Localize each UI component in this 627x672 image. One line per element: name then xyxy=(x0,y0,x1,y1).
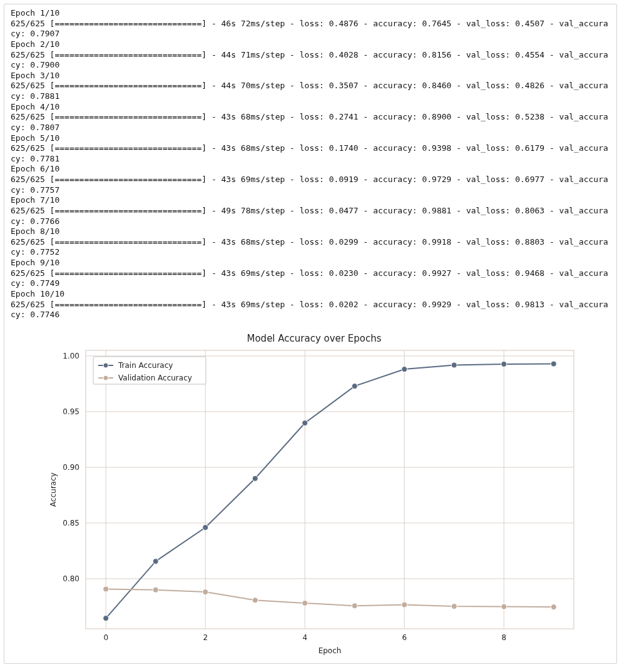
data-point xyxy=(402,366,407,372)
legend-label: Train Accuracy xyxy=(118,361,173,370)
accuracy-chart: Model Accuracy over Epochs024680.800.850… xyxy=(42,332,586,657)
y-tick-label: 0.80 xyxy=(63,574,79,583)
x-tick-label: 6 xyxy=(402,633,407,642)
data-point xyxy=(302,600,308,606)
data-point xyxy=(551,361,556,367)
y-axis-label: Accuracy xyxy=(49,472,58,507)
legend-label: Validation Accuracy xyxy=(118,374,192,382)
training-log: Epoch 1/10 625/625 [====================… xyxy=(11,8,610,320)
y-tick-label: 0.90 xyxy=(63,463,79,472)
data-point xyxy=(153,587,158,593)
legend-swatch-point xyxy=(103,375,108,380)
y-tick-label: 0.95 xyxy=(63,407,79,416)
data-point xyxy=(153,558,158,564)
data-point xyxy=(501,604,507,609)
data-point xyxy=(551,604,556,609)
notebook-output-cell: Epoch 1/10 625/625 [====================… xyxy=(4,4,617,664)
data-point xyxy=(352,603,357,608)
data-point xyxy=(501,361,507,367)
y-tick-label: 0.85 xyxy=(63,519,79,527)
x-tick-label: 4 xyxy=(302,633,307,642)
legend-swatch-point xyxy=(103,363,108,368)
data-point xyxy=(302,420,308,425)
data-point xyxy=(252,476,258,481)
plot-area xyxy=(86,350,574,629)
data-point xyxy=(203,524,208,530)
data-point xyxy=(103,586,109,592)
series-line xyxy=(106,364,554,618)
x-tick-label: 0 xyxy=(103,633,108,642)
chart-title: Model Accuracy over Epochs xyxy=(247,333,381,344)
x-tick-label: 2 xyxy=(203,633,208,642)
data-point xyxy=(402,602,407,608)
x-tick-label: 8 xyxy=(501,633,506,642)
data-point xyxy=(451,362,457,368)
data-point xyxy=(252,598,258,603)
data-point xyxy=(352,383,357,389)
data-point xyxy=(203,589,208,594)
series-line xyxy=(106,589,554,607)
data-point xyxy=(103,615,109,621)
y-tick-label: 1.00 xyxy=(63,352,79,360)
data-point xyxy=(451,603,457,609)
chart-svg: Model Accuracy over Epochs024680.800.850… xyxy=(42,332,586,657)
x-axis-label: Epoch xyxy=(319,646,342,655)
